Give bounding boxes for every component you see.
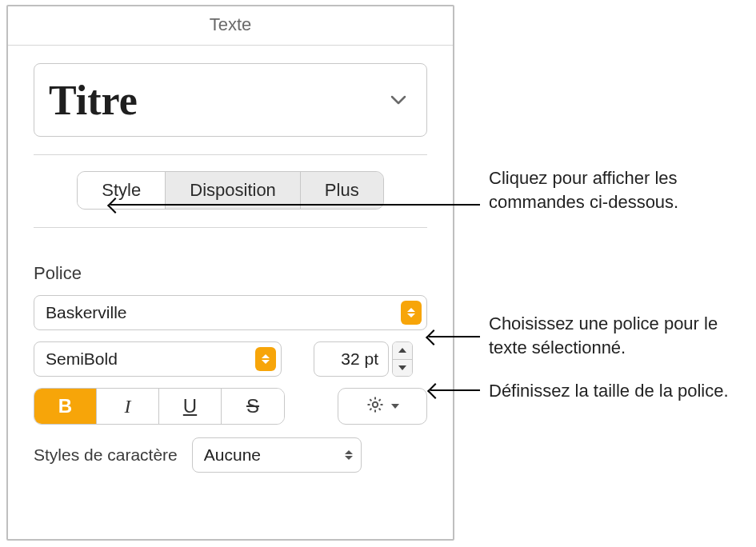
callout-font: Choisissez une police pour le texte séle… [489, 312, 756, 359]
stepper-down[interactable] [393, 360, 412, 377]
character-styles-label: Styles de caractère [34, 445, 178, 465]
paragraph-style-popup[interactable]: Titre [34, 63, 427, 137]
character-styles-value: Aucune [204, 445, 261, 465]
font-size-control: 32 pt [314, 341, 413, 377]
callout-leader [429, 336, 480, 337]
popup-knob-icon [255, 347, 276, 371]
popup-arrows-icon [345, 450, 353, 460]
font-weight-popup[interactable]: SemiBold [34, 341, 282, 377]
callout-size: Définissez la taille de la police. [489, 379, 729, 403]
svg-point-0 [373, 402, 378, 407]
font-weight-value: SemiBold [46, 349, 118, 369]
advanced-options-button[interactable] [338, 388, 427, 425]
font-size-stepper [392, 341, 413, 377]
font-family-value: Baskerville [46, 303, 127, 322]
italic-button[interactable]: I [97, 389, 159, 424]
callout-leader [110, 204, 480, 206]
format-sidebar: Texte Titre Style Disposition Plus Polic… [6, 5, 454, 541]
underline-button[interactable]: U [159, 389, 222, 424]
chevron-down-icon [391, 404, 399, 409]
popup-knob-icon [401, 301, 422, 325]
font-size-value: 32 pt [341, 349, 378, 369]
font-section-label: Police [8, 263, 453, 284]
chevron-down-icon[interactable] [385, 86, 412, 114]
font-family-popup[interactable]: Baskerville [34, 295, 427, 330]
strikethrough-button[interactable]: S [222, 389, 284, 424]
text-style-group: B I U S [34, 388, 285, 425]
paragraph-style-name: Titre [49, 77, 138, 124]
font-size-field[interactable]: 32 pt [314, 341, 389, 377]
bold-button[interactable]: B [34, 389, 97, 424]
character-styles-popup[interactable]: Aucune [192, 437, 362, 473]
callout-tabs: Cliquez pour afficher les commandes ci-d… [489, 166, 756, 214]
callout-leader [430, 389, 480, 391]
gear-icon [366, 395, 385, 417]
stepper-up[interactable] [393, 342, 412, 360]
panel-title: Texte [8, 6, 453, 46]
